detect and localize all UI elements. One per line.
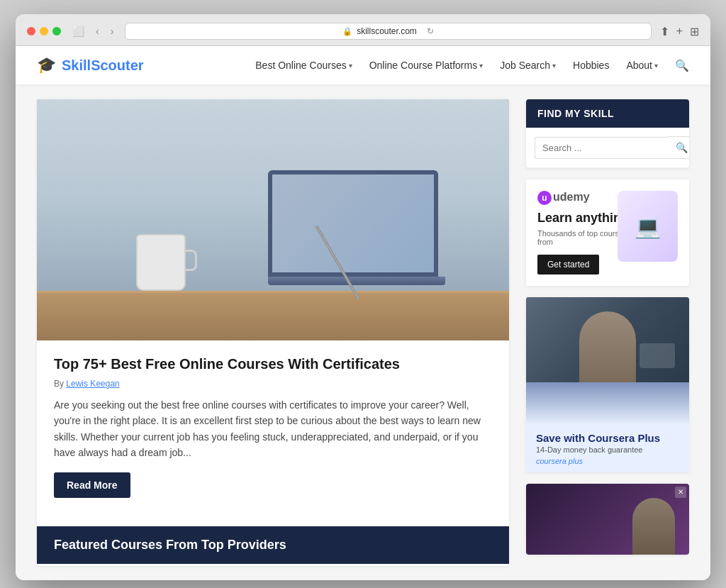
udemy-ad: uudemy 💻 Learn anything Thousands of top…: [526, 179, 689, 286]
chevron-down-icon: ▾: [552, 62, 556, 70]
hbo-figure: [632, 498, 675, 555]
article-body: Top 75+ Best Free Online Courses With Ce…: [37, 340, 509, 526]
site-name: SkillScouter: [62, 57, 144, 74]
laptop: [268, 170, 452, 298]
udemy-illustration: 💻: [618, 191, 678, 262]
nav-item-courses[interactable]: Best Online Courses ▾: [255, 60, 352, 71]
coursera-logo: coursera plus: [536, 457, 679, 465]
nav-item-hobbies[interactable]: Hobbies: [573, 60, 609, 71]
coursera-content: Save with Coursera Plus 14-Day money bac…: [526, 425, 689, 472]
nav-item-platforms[interactable]: Online Course Platforms ▾: [369, 60, 484, 71]
search-input[interactable]: [535, 137, 669, 159]
sidebar: FIND MY SKILL 🔍 uudemy 💻: [526, 99, 689, 566]
minimize-window-button[interactable]: [40, 27, 48, 35]
chevron-down-icon: ▾: [654, 62, 658, 70]
close-ad-button[interactable]: ✕: [675, 487, 686, 498]
url-text: skillscouter.com: [357, 26, 417, 36]
hbo-ad: ✕: [526, 484, 689, 555]
search-button[interactable]: 🔍: [669, 136, 689, 159]
page-content: 🎓 SkillScouter Best Online Courses ▾ Onl…: [16, 46, 710, 580]
new-tab-icon[interactable]: +: [676, 25, 683, 38]
widget-header: FIND MY SKILL: [526, 99, 689, 128]
featured-courses-banner: Featured Courses From Top Providers: [37, 526, 509, 564]
article-title: Top 75+ Best Free Online Courses With Ce…: [54, 355, 492, 373]
forward-button[interactable]: ›: [108, 24, 117, 38]
coursera-ad-widget: Save with Coursera Plus 14-Day money bac…: [526, 297, 689, 472]
reload-icon: ↻: [427, 26, 434, 36]
mug-handle: [184, 250, 197, 271]
screen-content: [272, 174, 434, 272]
laptop-graphic: [640, 343, 675, 368]
find-my-skill-widget: FIND MY SKILL 🔍: [526, 99, 689, 168]
desk-scene: [37, 99, 509, 340]
author-link[interactable]: Lewis Keegan: [66, 379, 119, 389]
nav-controls: ⬜ ‹ ›: [69, 24, 116, 38]
chevron-down-icon: ▾: [349, 62, 352, 70]
hbo-ad-widget: ✕: [526, 484, 689, 555]
nav-item-about[interactable]: About ▾: [626, 60, 658, 71]
browser-titlebar: ⬜ ‹ › 🔒 skillscouter.com ↻ ⬆ + ⊞: [16, 14, 710, 46]
lock-icon: 🔒: [342, 27, 352, 36]
coursera-image: [526, 297, 689, 382]
share-icon[interactable]: ⬆: [660, 25, 669, 38]
sidebar-toggle-button[interactable]: ⬜: [69, 24, 87, 38]
coursera-person: [579, 311, 636, 382]
logo-icon: 🎓: [37, 56, 56, 74]
udemy-cta-button[interactable]: Get started: [537, 255, 599, 274]
chevron-down-icon: ▾: [479, 62, 483, 70]
desk-surface: [37, 291, 509, 340]
tabs-icon[interactable]: ⊞: [690, 25, 699, 38]
coursera-sub: 14-Day money back guarantee: [536, 445, 679, 454]
maximize-window-button[interactable]: [52, 27, 61, 35]
article-excerpt: Are you seeking out the best free online…: [54, 397, 492, 461]
article-hero-image: [37, 99, 509, 340]
close-window-button[interactable]: [27, 27, 35, 35]
browser-action-buttons: ⬆ + ⊞: [660, 25, 699, 38]
site-header: 🎓 SkillScouter Best Online Courses ▾ Onl…: [16, 46, 710, 85]
udemy-ad-widget: uudemy 💻 Learn anything Thousands of top…: [526, 179, 689, 286]
coursera-ad: [526, 297, 689, 425]
browser-window: ⬜ ‹ › 🔒 skillscouter.com ↻ ⬆ + ⊞ 🎓 Skill…: [16, 14, 710, 580]
read-more-button[interactable]: Read More: [54, 472, 130, 498]
coursera-title: Save with Coursera Plus: [536, 432, 679, 444]
main-nav: Best Online Courses ▾ Online Course Plat…: [255, 59, 689, 72]
content-area: Top 75+ Best Free Online Courses With Ce…: [37, 99, 509, 566]
address-bar[interactable]: 🔒 skillscouter.com ↻: [125, 23, 651, 40]
site-logo[interactable]: 🎓 SkillScouter: [37, 56, 144, 74]
search-icon[interactable]: 🔍: [675, 59, 689, 72]
article-author: By Lewis Keegan: [54, 379, 492, 389]
nav-item-job-search[interactable]: Job Search ▾: [500, 60, 556, 71]
udemy-ad-inner: uudemy 💻 Learn anything Thousands of top…: [537, 191, 678, 274]
main-container: Top 75+ Best Free Online Courses With Ce…: [16, 85, 710, 580]
window-controls: [27, 27, 61, 35]
laptop-base: [268, 277, 445, 285]
widget-search: 🔍: [526, 128, 689, 168]
laptop-screen: [268, 170, 438, 277]
coffee-mug: [136, 234, 186, 291]
back-button[interactable]: ‹: [93, 24, 102, 38]
